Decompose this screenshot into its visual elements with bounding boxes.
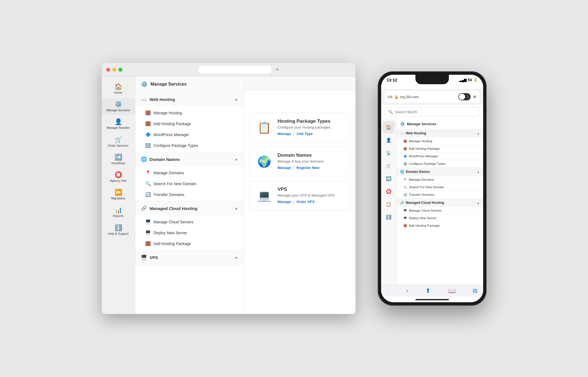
menu-item-label: Search For New Domain — [154, 182, 196, 186]
iphone-section-web-hosting: ☁️ Web Hosting ▲ 🟫 Manage Hosting 🟫 Add … — [397, 129, 483, 168]
iphone-section-header-domain-names[interactable]: 🌐 Domain Names ▲ — [397, 168, 483, 176]
iphone-search-input[interactable] — [395, 110, 476, 114]
iphone-bottom-bar: ‹ › ⬆ 📖 ⧉ — [381, 285, 483, 297]
service-card-domain-names: 🌍Domain NamesManage & buy your domainsMa… — [250, 147, 350, 176]
card-link-add-type[interactable]: Add Type — [296, 132, 313, 136]
menu-item-manage-cloud-servers[interactable]: 🖥️ Manage Cloud Servers — [135, 216, 244, 227]
iphone-section-left: 🌐 Domain Names — [400, 170, 430, 174]
url-input[interactable]: my.20i.com — [199, 66, 271, 74]
card-link-manage[interactable]: Manage — [278, 166, 291, 170]
card-link-manage[interactable]: Manage — [278, 200, 291, 204]
sidebar-item-help-support[interactable]: ℹ️ Help & Support — [102, 222, 135, 238]
section-header-web-hosting[interactable]: ☁️ Web Hosting ▲ — [135, 92, 244, 106]
iphone-menu-item-add-hosting-package[interactable]: 🟫 Add Hosting Package — [397, 222, 483, 229]
menu-item-icon: 🖥️ — [145, 219, 151, 224]
sidebar-item-home[interactable]: 🏠 Home — [102, 81, 135, 97]
new-tab-button[interactable]: + — [276, 66, 279, 73]
iphone-menu-item-search-for-new-domain[interactable]: 🔍 Search For New Domain — [397, 183, 483, 191]
iphone-forward-button[interactable]: › — [406, 287, 408, 294]
iphone-section-title-domain-names: Domain Names — [406, 170, 430, 174]
mac-window: my.20i.com + 🏠 Home ⚙️ Manage Services 👤… — [102, 63, 355, 314]
iphone-item-icon: 📍 — [403, 178, 407, 181]
iphone-share-button[interactable]: ⬆ — [425, 287, 430, 294]
main-content: ⚙️ Manage Services ☁️ Web Hosting ▲ 🟫 Ma… — [135, 76, 355, 314]
iphone-section-header-managed-cloud[interactable]: 🔗 Managed Cloud Hosting ▲ — [397, 199, 483, 207]
card-link-register-new[interactable]: Register New — [296, 166, 319, 170]
sidebar-icon-reports: 📊 — [115, 207, 122, 213]
sidebar-icon-hostshop: ➡️ — [115, 154, 122, 160]
menu-item-add-hosting-package[interactable]: 🟫 Add Hosting Package — [135, 238, 244, 249]
section-header-vps[interactable]: 🖥️ VPS ▲ — [135, 250, 244, 264]
section-icon-web-hosting: ☁️ — [141, 96, 147, 102]
iphone-dark-toggle[interactable]: ☽ — [458, 93, 471, 100]
iphone-sidebar-item-3[interactable]: 🛒 — [383, 160, 395, 172]
iphone-sidebar-item-2[interactable]: 📡 — [383, 147, 395, 159]
iphone-sidebar-item-7[interactable]: ℹ️ — [383, 211, 395, 223]
sidebar-label-reports: Reports — [113, 214, 124, 218]
iphone-menu-item-manage-domains[interactable]: 📍 Manage Domains — [397, 176, 483, 183]
menu-item-wordpress-manager[interactable]: 🔷 WordPress Manager — [135, 129, 244, 140]
traffic-lights — [106, 68, 122, 72]
menu-item-add-hosting-package[interactable]: 🟫 Add Hosting Package — [135, 118, 244, 129]
iphone-menu-item-wordpress-manager[interactable]: 🔷 WordPress Manager — [397, 153, 483, 160]
menu-item-deploy-new-server[interactable]: 🖥️ Deploy New Server — [135, 227, 244, 238]
iphone-menu-item-add-hosting-package[interactable]: 🟫 Add Hosting Package — [397, 145, 483, 153]
iphone-section-header-web-hosting[interactable]: ☁️ Web Hosting ▲ — [397, 129, 483, 137]
menu-item-transfer-domains[interactable]: 🔄 Transfer Domains — [135, 189, 244, 200]
sidebar-item-agency-hub[interactable]: ⭕ Agency Hub — [102, 169, 135, 185]
card-link-separator: | — [293, 166, 294, 170]
mac-body: 🏠 Home ⚙️ Manage Services 👤 Manage Resel… — [102, 76, 355, 314]
moon-icon: ☽ — [466, 95, 469, 99]
iphone-close-icon[interactable]: ✕ — [473, 94, 476, 100]
iphone-section-icon-web-hosting: ☁️ — [400, 131, 404, 135]
section-title-domain-names: Domain Names — [150, 157, 180, 162]
iphone-menu-item-configure-package-types[interactable]: 🔢 Configure Package Types — [397, 160, 483, 168]
menu-item-icon: 🔄 — [145, 192, 151, 197]
fullscreen-button[interactable] — [118, 68, 122, 72]
iphone-menu-item-manage-cloud-servers[interactable]: 🖥️ Manage Cloud Servers — [397, 207, 483, 214]
menu-item-manage-domains[interactable]: 📍 Manage Domains — [135, 167, 244, 178]
card-title-hosting-package-types: Hosting Package Types — [278, 119, 331, 124]
iphone-menu-item-manage-hosting[interactable]: 🟫 Manage Hosting — [397, 137, 483, 145]
iphone-sidebar-item-1[interactable]: 👤 — [383, 134, 395, 146]
iphone-sidebar-item-0[interactable]: 🏠 — [383, 121, 395, 133]
sidebar-icon-migrations: ⏩ — [115, 189, 122, 195]
card-desc-hosting-package-types: Configure your hosting packages — [278, 125, 331, 129]
card-link-manage[interactable]: Manage — [278, 132, 291, 136]
minimize-button[interactable] — [112, 68, 116, 72]
menu-item-configure-package-types[interactable]: 🔢 Configure Package Types — [135, 140, 244, 151]
close-button[interactable] — [106, 68, 110, 72]
iphone-back-button[interactable]: ‹ — [387, 287, 389, 294]
section-header-domain-names[interactable]: 🌐 Domain Names ▲ — [135, 152, 244, 166]
menu-item-label: Manage Domains — [154, 171, 184, 175]
iphone-browser-bar: AA 🔒 my.20i.com ☽ ✕ — [381, 89, 483, 105]
sidebar-item-manage-services[interactable]: ⚙️ Manage Services — [102, 98, 135, 115]
iphone-tabs-button[interactable]: ⧉ — [473, 287, 477, 294]
sidebar-item-reports[interactable]: 📊 Reports — [102, 204, 135, 221]
iphone-aa-label: AA — [388, 95, 393, 99]
iphone-bookmarks-button[interactable]: 📖 — [448, 287, 456, 294]
card-link-order-vps[interactable]: Order VPS — [296, 200, 314, 204]
iphone-sidebar-item-4[interactable]: ➡️ — [383, 172, 395, 185]
sidebar-icon-manage-reseller: 👤 — [115, 119, 122, 125]
iphone-menu-item-transfer-domains[interactable]: 🔄 Transfer Domains — [397, 191, 483, 199]
menu-item-icon: 🟫 — [145, 241, 151, 246]
iphone-search-icon: 🔍 — [388, 110, 393, 114]
sidebar-item-manage-reseller[interactable]: 👤 Manage Reseller — [102, 116, 135, 132]
menu-item-search-for-new-domain[interactable]: 🔍 Search For New Domain — [135, 178, 244, 189]
sidebar-icon-order-services: 🛒 — [115, 137, 122, 143]
menu-item-manage-hosting[interactable]: 🟫 Manage Hosting — [135, 107, 244, 118]
iphone-item-label: Manage Cloud Servers — [409, 209, 442, 212]
sidebar-item-migrations[interactable]: ⏩ Migrations — [102, 187, 135, 203]
iphone-content: 🏠👤📡🛒➡️⭕📋ℹ️ ⚙️ Manage Services ☁️ Web Hos… — [381, 119, 483, 285]
sidebar-item-order-services[interactable]: 🛒 Order Services — [102, 134, 135, 150]
iphone-sidebar-item-5[interactable]: ⭕ — [383, 185, 395, 197]
iphone-panel-icon: ⚙️ — [400, 122, 405, 126]
iphone-item-icon: 🔄 — [403, 193, 407, 196]
section-header-left-domain-names: 🌐 Domain Names — [141, 156, 180, 162]
iphone-menu-item-deploy-new-server[interactable]: 🖥️ Deploy New Server — [397, 214, 483, 222]
iphone-sidebar-item-6[interactable]: 📋 — [383, 198, 395, 210]
section-header-managed-cloud[interactable]: 🔗 Managed Cloud Hosting ▲ — [135, 201, 244, 215]
card-body-domain-names: Domain NamesManage & buy your domainsMan… — [278, 153, 324, 170]
sidebar-item-hostshop[interactable]: ➡️ HostShop — [102, 151, 135, 168]
